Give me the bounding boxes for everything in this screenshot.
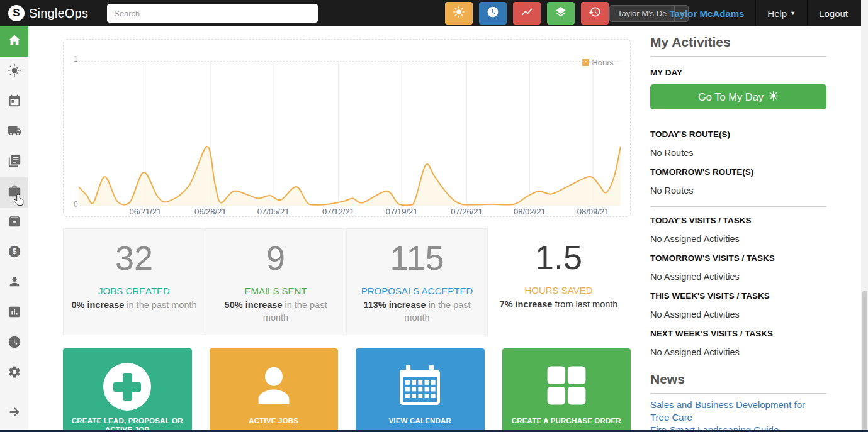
x-axis-tick: 07/05/21 — [257, 207, 290, 216]
truck-icon — [8, 124, 21, 140]
view-calendar-card[interactable]: VIEW CALENDAR — [356, 348, 485, 432]
go-to-my-day-button[interactable]: Go To My Day — [650, 84, 826, 109]
sun-icon — [453, 6, 465, 21]
this-weeks-tasks-body: No Assigned Activities — [650, 305, 826, 324]
bar-chart-icon — [8, 305, 21, 321]
sidebar-item-payments[interactable]: $ — [0, 238, 28, 268]
sidebar-item-inventory[interactable] — [0, 208, 28, 238]
left-sidebar: $ — [0, 26, 28, 432]
documents-icon — [8, 154, 21, 170]
sidebar-collapse-toggle[interactable] — [0, 398, 28, 428]
my-activities-panel: My Activities MY DAY Go To My Day TODAY'… — [650, 35, 826, 432]
card-label: ACTIVE JOBS — [242, 416, 305, 425]
person-icon — [249, 352, 298, 413]
stat-value: 9 — [205, 238, 346, 278]
panel-title: My Activities — [650, 35, 826, 57]
time-clock-button[interactable] — [479, 2, 507, 25]
stat-value: 32 — [64, 238, 205, 278]
reports-button[interactable] — [513, 2, 541, 25]
help-label: Help — [767, 8, 787, 19]
brand-logo[interactable]: S SingleOps — [0, 5, 101, 21]
this-weeks-tasks-heading: THIS WEEK'S VISITS / TASKS — [650, 286, 826, 305]
logout-link[interactable]: Logout — [808, 0, 859, 26]
y-axis-tick-0: 0 — [74, 200, 78, 209]
top-navbar: S SingleOps Taylor M's De ▼ Taylor McAda… — [0, 0, 868, 26]
training-button[interactable] — [547, 2, 575, 25]
hours-area-chart — [79, 61, 621, 206]
card-label: VIEW CALENDAR — [382, 416, 458, 425]
my-day-heading: MY DAY — [650, 63, 826, 82]
create-purchase-order-card[interactable]: CREATE A PURCHASE ORDER — [502, 348, 631, 432]
sidebar-item-timesheets[interactable] — [0, 328, 28, 358]
next-weeks-tasks-body: No Assigned Activities — [650, 343, 826, 362]
todays-tasks-body: No Assigned Activities — [650, 230, 826, 248]
navbar-links: Taylor McAdams Help ▼ Logout — [658, 0, 859, 26]
x-axis-tick: 06/21/21 — [130, 207, 162, 216]
sidebar-item-home[interactable] — [0, 26, 28, 57]
tomorrows-routes-body: No Routes — [650, 181, 826, 200]
layers-icon — [555, 6, 567, 21]
stat-delta: 113% increase in the past month — [361, 299, 474, 324]
briefcase-icon — [8, 184, 21, 201]
stat-label: HOURS SAVED — [488, 285, 629, 296]
create-lead-card[interactable]: CREATE LEAD, PROPOSAL OR ACTIVE JOB — [63, 348, 192, 432]
hours-chart-card: Hours 1 0 06/21/2106/28/2107/05/2107/12/… — [63, 39, 631, 217]
clock-icon — [487, 6, 499, 21]
x-axis-tick: 06/28/21 — [194, 207, 227, 216]
stat-emails-sent: 9 EMAILS SENT 50% increase in the past m… — [205, 228, 346, 335]
x-axis-tick: 07/12/21 — [322, 207, 354, 216]
dollar-icon: $ — [8, 245, 21, 261]
brand-name: SingleOps — [29, 6, 88, 21]
sidebar-item-my-day[interactable] — [0, 57, 28, 87]
sun-icon — [8, 64, 21, 80]
stat-label: EMAILS SENT — [205, 285, 346, 296]
plus-icon — [103, 363, 151, 411]
user-name-link[interactable]: Taylor McAdams — [658, 0, 756, 26]
tomorrows-routes-heading: TOMORROW'S ROUTE(S) — [650, 162, 826, 181]
action-cards-row: CREATE LEAD, PROPOSAL OR ACTIVE JOB ACTI… — [63, 348, 631, 432]
news-links: Sales and Business Development for Tree … — [650, 399, 826, 432]
stat-delta: 50% increase in the past month — [219, 299, 332, 324]
gear-icon — [8, 365, 21, 382]
sidebar-item-customers[interactable] — [0, 268, 28, 298]
stat-value: 115 — [347, 238, 487, 278]
tomorrows-tasks-body: No Assigned Activities — [650, 267, 826, 286]
news-link[interactable]: Sales and Business Development for Tree … — [650, 399, 826, 424]
search-input[interactable] — [107, 4, 318, 23]
my-day-button[interactable] — [445, 2, 473, 25]
page-scrollbar[interactable] — [861, 0, 868, 432]
card-label: CREATE A PURCHASE ORDER — [505, 416, 628, 425]
sidebar-item-jobs[interactable] — [0, 177, 28, 208]
todays-routes-body: No Routes — [650, 143, 826, 162]
arrow-right-icon — [8, 405, 21, 421]
history-icon — [589, 6, 601, 21]
x-axis-tick: 08/02/21 — [514, 207, 546, 216]
stat-hours-saved: 1.5 HOURS SAVED 7% increase from last mo… — [488, 228, 629, 335]
x-axis-tick: 07/26/21 — [451, 207, 483, 216]
active-jobs-card[interactable]: ACTIVE JOBS — [210, 348, 339, 432]
grid-icon — [543, 353, 590, 412]
clock-icon — [8, 335, 21, 352]
sidebar-item-reports[interactable] — [0, 298, 28, 328]
sidebar-item-documents[interactable] — [0, 147, 28, 177]
stat-label: PROPOSALS ACCEPTED — [347, 285, 487, 296]
tomorrows-tasks-heading: TOMORROW'S VISITS / TASKS — [650, 248, 826, 267]
go-to-my-day-label: Go To My Day — [698, 91, 764, 103]
x-axis-tick: 07/19/21 — [386, 207, 418, 216]
sidebar-item-settings[interactable] — [0, 358, 28, 389]
sidebar-item-calendar[interactable] — [0, 87, 28, 117]
help-menu[interactable]: Help ▼ — [756, 0, 808, 26]
svg-text:$: $ — [12, 247, 16, 256]
stat-jobs-created: 32 JOBS CREATED 0% increase in the past … — [63, 228, 205, 335]
person-icon — [8, 275, 21, 291]
history-button[interactable] — [581, 2, 609, 25]
scrollbar-thumb[interactable] — [862, 291, 867, 432]
stat-delta: 0% increase in the past month — [64, 299, 205, 311]
stat-value: 1.5 — [488, 237, 629, 277]
sidebar-item-routes[interactable] — [0, 117, 28, 147]
todays-tasks-heading: TODAY'S VISITS / TASKS — [650, 211, 826, 230]
stats-row: 32 JOBS CREATED 0% increase in the past … — [63, 228, 631, 335]
sun-icon — [768, 91, 779, 104]
calendar-grid-icon — [395, 352, 445, 413]
home-icon — [8, 33, 21, 50]
